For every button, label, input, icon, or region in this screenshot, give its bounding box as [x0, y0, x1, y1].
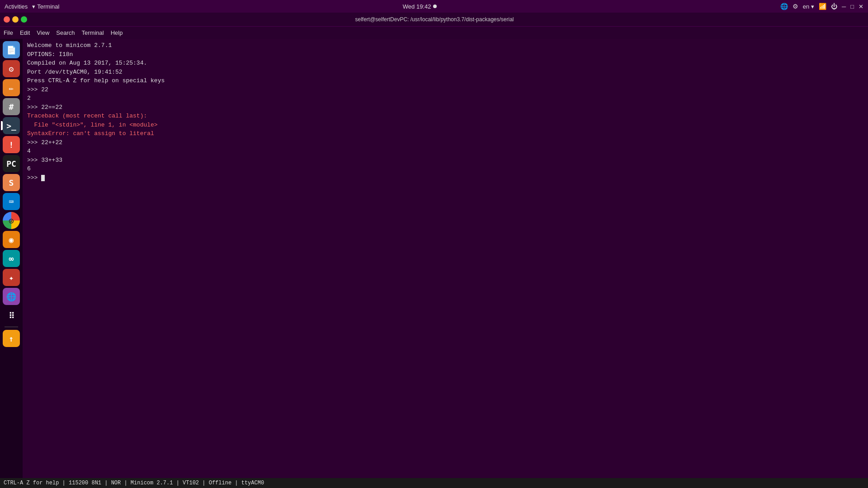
terminal-line: Port /dev/ttyACM0, 19:41:52	[27, 68, 863, 77]
terminal-menu[interactable]: ▾ Terminal	[32, 3, 59, 10]
terminal-output[interactable]: Welcome to minicom 2.7.1OPTIONS: I18nCom…	[23, 39, 868, 478]
terminal-line[interactable]: >>>	[27, 174, 863, 183]
terminal-menu-icon: ▾	[32, 3, 35, 10]
terminal-line: >>> 22==22	[27, 103, 863, 112]
dock-icon-network[interactable]: 🌐	[3, 288, 20, 305]
close-button[interactable]	[4, 16, 10, 23]
terminal-line: Press CTRL-A Z for help on special keys	[27, 76, 863, 85]
main-area: 📄⚙✏#>_!PCS⌨⊙◉∞✦🌐⠿↑ Welcome to minicom 2.…	[0, 39, 868, 478]
window-close-btn[interactable]: ✕	[859, 3, 863, 10]
dock-icon-todo[interactable]: !	[3, 136, 20, 153]
clock-dot	[433, 5, 437, 8]
menu-bar: File Edit View Search Terminal Help	[0, 26, 868, 39]
dock-icon-chrome[interactable]: ⊙	[3, 212, 20, 229]
dock-icon-apps[interactable]: ⠿	[3, 307, 20, 324]
terminal-cursor	[41, 175, 45, 181]
terminal-line: >>> 33++33	[27, 156, 863, 165]
window-maximize-btn[interactable]: □	[850, 3, 854, 10]
dock-icon-tools[interactable]: ✦	[3, 269, 20, 286]
menu-file[interactable]: File	[4, 29, 13, 36]
terminal-line: OPTIONS: I18n	[27, 50, 863, 59]
activities-button[interactable]: Activities	[5, 3, 28, 10]
dock-icon-arduino[interactable]: ∞	[3, 250, 20, 267]
top-system-bar: Activities ▾ Terminal Wed 19:42 🌐 ⚙ en ▾…	[0, 0, 868, 13]
terminal-line: Welcome to minicom 2.7.1	[27, 41, 863, 50]
dock-icon-update[interactable]: ↑	[3, 330, 20, 347]
menu-edit[interactable]: Edit	[20, 29, 30, 36]
top-bar-right: 🌐 ⚙ en ▾ 📶 ⏻ ─ □ ✕	[780, 3, 863, 10]
window-title-bar: selfert@selfertDevPC: /usr/local/lib/pyt…	[0, 13, 868, 26]
dock-icon-calculator[interactable]: #	[3, 98, 20, 115]
terminal-prompt: >>>	[27, 174, 41, 181]
status-bar: CTRL-A Z for help | 115200 8N1 | NOR | M…	[0, 478, 868, 488]
dock-icon-settings[interactable]: ⚙	[3, 60, 20, 77]
minimize-button[interactable]	[12, 16, 19, 23]
network-icon[interactable]: 📶	[819, 3, 826, 10]
power-icon[interactable]: ⏻	[831, 3, 837, 10]
dock-icon-vscode[interactable]: ⌨	[3, 193, 20, 210]
terminal-line: Traceback (most recent call last):	[27, 112, 863, 121]
terminal-line: File "<stdin>", line 1, in <module>	[27, 121, 863, 130]
terminal-line: 4	[27, 147, 863, 156]
terminal-line: >>> 22++22	[27, 138, 863, 147]
window-title: selfert@selfertDevPC: /usr/local/lib/pyt…	[355, 16, 514, 23]
maximize-button[interactable]	[21, 16, 27, 23]
dock-icon-sublime[interactable]: S	[3, 174, 20, 191]
terminal-menu-label: Terminal	[37, 3, 59, 10]
menu-view[interactable]: View	[37, 29, 49, 36]
terminal-line: Compiled on Aug 13 2017, 15:25:34.	[27, 59, 863, 68]
dock-icon-text-editor[interactable]: ✏	[3, 79, 20, 96]
terminal-line: SyntaxError: can't assign to literal	[27, 129, 863, 138]
top-bar-left: Activities ▾ Terminal	[5, 3, 59, 10]
dock-divider	[5, 327, 18, 327]
status-text: CTRL-A Z for help | 115200 8N1 | NOR | M…	[4, 480, 264, 486]
top-bar-center: Wed 19:42	[403, 3, 437, 10]
menu-help[interactable]: Help	[111, 29, 123, 36]
chrome-tray-icon[interactable]: 🌐	[780, 3, 788, 10]
menu-terminal[interactable]: Terminal	[82, 29, 104, 36]
window-controls	[4, 16, 27, 23]
clock-display: Wed 19:42	[403, 3, 431, 10]
dock-icon-blender[interactable]: ◉	[3, 231, 20, 248]
window-minimize-btn[interactable]: ─	[842, 3, 846, 10]
dock-icon-pycharm[interactable]: PC	[3, 155, 20, 172]
language-selector[interactable]: en ▾	[803, 3, 814, 10]
dock-icon-terminal[interactable]: >_	[3, 117, 20, 134]
settings-tray-icon[interactable]: ⚙	[793, 3, 798, 10]
terminal-line: >>> 22	[27, 85, 863, 94]
menu-search[interactable]: Search	[56, 29, 75, 36]
terminal-line: 6	[27, 164, 863, 174]
dock-icon-doc[interactable]: 📄	[3, 41, 20, 58]
terminal-line: 2	[27, 94, 863, 103]
application-dock: 📄⚙✏#>_!PCS⌨⊙◉∞✦🌐⠿↑	[0, 39, 23, 478]
